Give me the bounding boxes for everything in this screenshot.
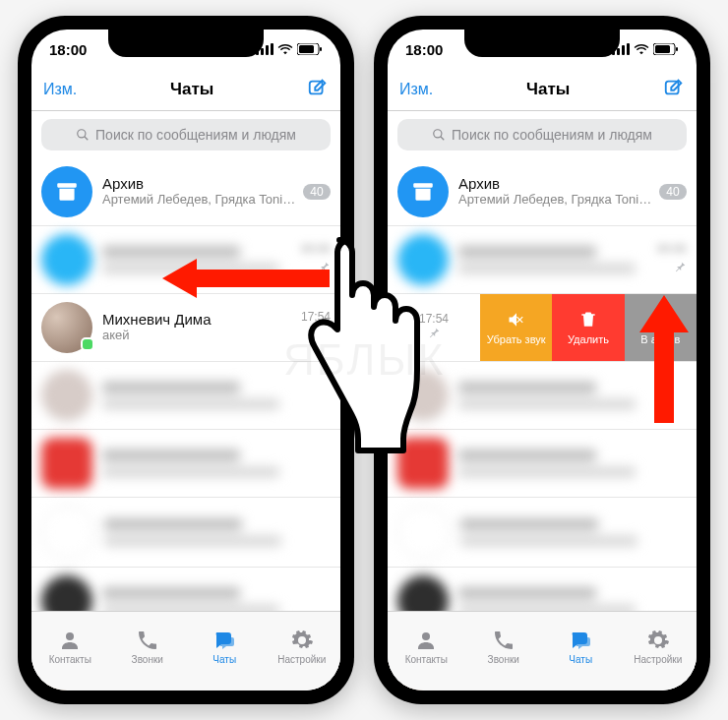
- svg-rect-1: [261, 48, 264, 55]
- archive-icon: [41, 166, 92, 217]
- svg-rect-16: [655, 45, 670, 53]
- svg-rect-2: [266, 45, 269, 55]
- notch: [108, 30, 264, 57]
- svg-rect-6: [320, 47, 322, 51]
- svg-rect-3: [271, 43, 273, 55]
- svg-rect-5: [299, 45, 314, 53]
- archive-subtitle: Артемий Лебедев, Грядка Toniona, CocoaHe…: [458, 192, 653, 208]
- svg-rect-17: [676, 47, 678, 51]
- status-icons: [612, 43, 679, 55]
- svg-point-22: [422, 632, 430, 640]
- svg-rect-20: [413, 183, 433, 187]
- edit-button[interactable]: Изм.: [43, 81, 77, 98]
- archive-pointer-arrow: [635, 295, 694, 423]
- tab-calls[interactable]: Звонки: [109, 612, 187, 681]
- search-placeholder: Поиск по сообщениям и людям: [452, 127, 652, 143]
- chat-preview: акей: [102, 328, 295, 343]
- tab-chats[interactable]: Чаты: [186, 612, 264, 681]
- svg-rect-13: [622, 45, 625, 55]
- archive-title: Архив: [458, 175, 653, 192]
- nav-title: Чаты: [526, 80, 570, 99]
- list-item[interactable]: 00:00: [388, 226, 697, 294]
- pin-icon: [427, 326, 441, 343]
- svg-rect-12: [617, 48, 620, 55]
- svg-marker-24: [639, 295, 689, 423]
- archive-title: Архив: [102, 175, 297, 192]
- tab-settings[interactable]: Настройки: [264, 612, 341, 681]
- swipe-mute-button[interactable]: Убрать звук: [480, 294, 552, 361]
- notch: [464, 30, 620, 57]
- nav-bar: Изм. Чаты: [31, 69, 340, 111]
- tab-chats[interactable]: Чаты: [542, 612, 620, 681]
- nav-title: Чаты: [170, 80, 213, 99]
- status-time: 18:00: [405, 41, 443, 58]
- tab-bar: Контакты Звонки Чаты Настройки: [388, 611, 697, 690]
- tab-bar: Контакты Звонки Чаты Настройки: [31, 611, 340, 690]
- archive-row[interactable]: Архив Артемий Лебедев, Грядка Toniona, C…: [31, 158, 340, 226]
- tab-calls[interactable]: Звонки: [465, 612, 543, 681]
- archive-unread: 40: [303, 184, 331, 200]
- list-item[interactable]: [388, 498, 697, 568]
- tab-contacts[interactable]: Контакты: [31, 612, 109, 681]
- swipe-hand-icon: [295, 230, 423, 456]
- archive-unread: 40: [659, 184, 687, 200]
- swipe-delete-button[interactable]: Удалить: [552, 294, 624, 361]
- chat-time: 17:54: [419, 312, 449, 326]
- search-input[interactable]: Поиск по сообщениям и людям: [397, 119, 687, 150]
- chat-name: Михневич Дима: [102, 311, 295, 328]
- archive-subtitle: Артемий Лебедев, Грядка Toniona, CocoaHe…: [102, 192, 297, 208]
- search-input[interactable]: Поиск по сообщениям и людям: [41, 119, 331, 150]
- compose-button[interactable]: [307, 77, 329, 102]
- online-dot: [81, 337, 94, 351]
- tab-contacts[interactable]: Контакты: [388, 612, 465, 681]
- search-placeholder: Поиск по сообщениям и людям: [95, 127, 296, 143]
- tab-settings[interactable]: Настройки: [620, 612, 698, 681]
- svg-point-19: [434, 130, 442, 138]
- status-icons: [256, 43, 323, 55]
- edit-button[interactable]: Изм.: [399, 81, 433, 98]
- avatar: [41, 302, 92, 353]
- archive-row[interactable]: Архив Артемий Лебедев, Грядка Toniona, C…: [388, 158, 697, 226]
- list-item[interactable]: [31, 430, 340, 498]
- archive-icon: [397, 166, 449, 217]
- list-item[interactable]: [31, 498, 340, 568]
- svg-rect-9: [57, 183, 77, 187]
- svg-point-10: [66, 632, 74, 640]
- list-item[interactable]: [388, 430, 697, 498]
- chat-row[interactable]: Михневич Дима акей 17:54: [31, 294, 340, 362]
- compose-button[interactable]: [663, 77, 685, 102]
- svg-point-8: [78, 130, 86, 138]
- nav-bar: Изм. Чаты: [388, 69, 697, 111]
- svg-rect-14: [627, 43, 630, 55]
- status-time: 18:00: [49, 41, 87, 58]
- list-item[interactable]: [31, 362, 340, 430]
